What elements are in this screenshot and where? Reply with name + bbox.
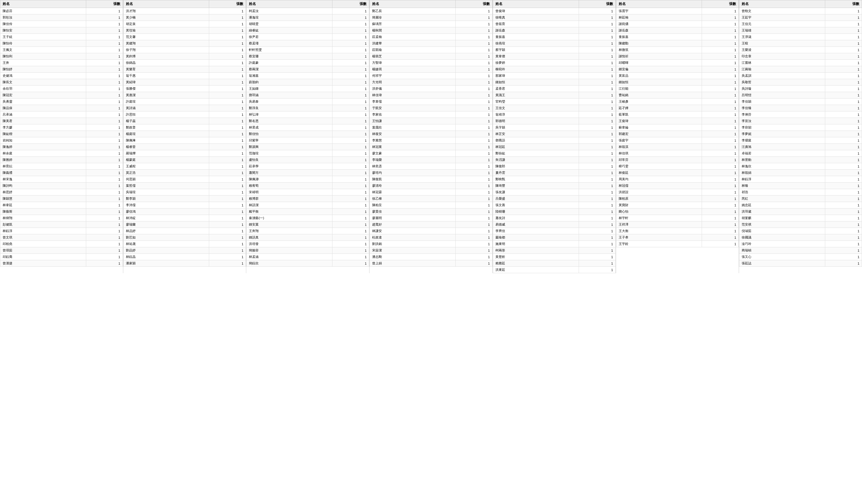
cell-name: 吕榮盛 — [493, 196, 579, 202]
cell-name: 王俊瑋 — [616, 118, 702, 124]
cell-name: 劉洪銘 — [370, 241, 456, 247]
cell-name: 吳敬哲 — [739, 79, 825, 85]
table-row: 陳建勳1 — [616, 40, 739, 47]
cell-name: 黃惠潔 — [123, 92, 209, 98]
table-row: 于凱安1 — [370, 105, 493, 111]
cell-name: 李韋儒 — [370, 98, 456, 105]
cell-count: 1 — [209, 27, 246, 34]
cell-name: 朱滔謙 — [493, 157, 579, 163]
cell-count: 1 — [86, 247, 123, 254]
cell-name: 李沛儒 — [123, 202, 209, 209]
cell-count: 1 — [86, 144, 123, 150]
cell-count: 1 — [455, 215, 492, 222]
cell-name: 張又心 — [739, 254, 825, 260]
cell-count: 1 — [332, 209, 369, 215]
cell-count: 1 — [209, 228, 246, 234]
cell-count: 1 — [825, 34, 862, 40]
table-row: 呂承涵1 — [0, 111, 123, 118]
table-row: 鄭政普1 — [123, 124, 246, 131]
cell-count: 1 — [86, 105, 123, 111]
cell-count: 1 — [702, 14, 739, 21]
cell-name: 莫正浩 — [123, 170, 209, 176]
cell-name: 何祥宇 — [370, 72, 456, 79]
cell-name: 陳紘楷 — [0, 131, 86, 137]
table-row: 廖清玲1 — [370, 183, 493, 189]
table-row: 王奔1 — [0, 60, 123, 66]
cell-name: 林宋逸 — [0, 176, 86, 183]
table-row: 胡定泉1 — [123, 21, 246, 27]
table-row: 鍾語真1 — [247, 234, 369, 241]
cell-count: 1 — [579, 85, 615, 92]
table-row: 蔡宇穎1 — [493, 47, 615, 53]
cell-name: 葉哲儒 — [123, 183, 209, 189]
cell-count: 1 — [332, 47, 369, 53]
cell-count: 1 — [825, 137, 862, 144]
cell-count: 1 — [209, 118, 246, 124]
table-row: 陳品保1 — [0, 105, 123, 111]
cell-count: 1 — [455, 241, 492, 247]
cell-name: 曾文琪 — [0, 234, 86, 241]
cell-name: 陳佳伶 — [0, 21, 86, 27]
table-row: 曾上娟1 — [370, 260, 493, 267]
table-row: 江衍能1 — [616, 85, 739, 92]
cell-count: 1 — [332, 60, 369, 66]
cell-count: 1 — [702, 27, 739, 34]
table-row: 洪培發1 — [247, 241, 369, 247]
cell-count: 1 — [209, 183, 246, 189]
cell-count: 1 — [579, 40, 615, 47]
cell-count: 1 — [455, 196, 492, 202]
table-row: 郭彤汝1 — [0, 14, 123, 21]
table-row: 林廷翰1 — [616, 14, 739, 21]
cell-name: 陳柏原 — [616, 196, 702, 202]
cell-name: 蘇瑀芳 — [370, 21, 456, 27]
table-row: 翁靖淳1 — [493, 111, 615, 118]
cell-count: 1 — [825, 98, 862, 105]
table-row: 王俊瑋1 — [616, 118, 739, 124]
table-row: 鄭淳良1 — [247, 105, 369, 111]
cell-count: 1 — [825, 157, 862, 163]
cell-name: 邱柏堯 — [0, 241, 86, 247]
cell-name: 王奔翔 — [247, 228, 332, 234]
cell-name: 郭彤汝 — [0, 14, 86, 21]
table-row: 鄭映甄1 — [493, 176, 615, 183]
cell-name: 邱鈺喬 — [0, 254, 86, 260]
cell-count: 1 — [86, 215, 123, 222]
cell-name: 陳怡伶 — [0, 40, 86, 47]
cell-name: 淦巧吟 — [739, 241, 825, 247]
table-row: 莫正浩1 — [123, 170, 246, 176]
cell-count: 1 — [579, 98, 615, 105]
cell-name: 胡定泉 — [123, 21, 209, 27]
cell-count: 1 — [332, 222, 369, 228]
cell-count: 1 — [209, 105, 246, 111]
cell-name: 鍾如恒 — [493, 79, 579, 85]
table-row: 謝岳森1 — [616, 27, 739, 34]
cell-count: 1 — [332, 170, 369, 176]
table-row: 簡鈺欣1 — [247, 260, 369, 267]
table-row: 王宇銓1 — [616, 241, 739, 247]
table-row: 王子絃1 — [0, 34, 123, 40]
table-section-1: 姓名張數陳必芬1郭彤汝1陳佳伶1陳怡安1王子絃1陳怡伶1王佩文1陳怡利1王奔1陳… — [0, 0, 123, 273]
cell-name: 陸樹珊 — [493, 209, 579, 215]
table-row: 吳瑞瑄1 — [123, 189, 246, 196]
table-row: 張又心1 — [739, 254, 862, 260]
cell-name: 王瑞雄 — [739, 27, 825, 34]
table-row: 林昱動1 — [739, 157, 862, 163]
cell-name: 商瑞楨 — [739, 247, 825, 254]
table-row: 陳怡妤1 — [0, 66, 123, 72]
table-4: 姓名張數鄭乙辰1簡麗珍1蘇瑀芳1楊秋閒1莊孟翰1洪建華1莊凱喻1楊翡芝1方聖瑋1… — [369, 0, 493, 267]
cell-name: 陳怡利 — [0, 53, 86, 60]
cell-name: 陳義禮 — [0, 170, 86, 176]
cell-name: 王子絃 — [0, 34, 86, 40]
table-row: 陳怡安1 — [0, 27, 123, 34]
table-row: 鍾如恒1 — [493, 79, 615, 85]
cell-count: 1 — [86, 60, 123, 66]
cell-count: 1 — [332, 8, 369, 14]
cell-name: 陳柏呈 — [370, 202, 456, 209]
cell-name: 陳冠宏 — [0, 92, 86, 98]
cell-name: 王信元 — [739, 21, 825, 27]
cell-name: 李宣汝 — [739, 118, 825, 124]
cell-count: 1 — [702, 222, 739, 228]
cell-count: 1 — [825, 196, 862, 202]
cell-name: 張庭宇 — [616, 137, 702, 144]
cell-name: 綠睿紘 — [247, 27, 332, 34]
